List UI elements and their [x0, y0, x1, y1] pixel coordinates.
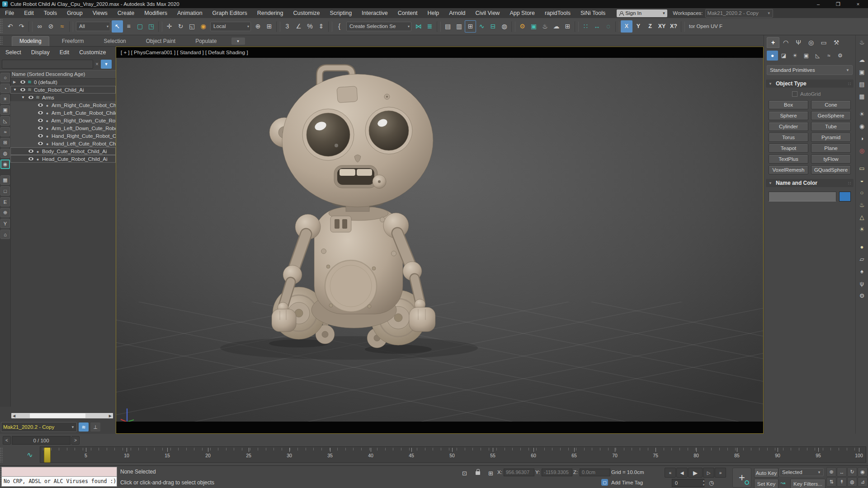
select-and-rotate-icon[interactable]: ↻: [175, 20, 186, 33]
workspace-dropdown[interactable]: Mak21_2020.2 - Copy ▼: [705, 9, 773, 18]
filter-space-warps-icon[interactable]: ≈: [0, 127, 10, 136]
menu-item[interactable]: rapidTools: [540, 8, 576, 18]
use-pivot-point-icon[interactable]: ⊕: [252, 20, 264, 33]
primitive-button[interactable]: GeoSphere: [811, 111, 851, 120]
menu-item[interactable]: Interactive: [357, 8, 393, 18]
select-and-scale-icon[interactable]: ◱: [186, 20, 198, 33]
render-setup-icon[interactable]: ⚙: [517, 20, 528, 33]
tree-row-hand-right[interactable]: Hand_Right_Cute_Robot_Cl: [10, 132, 116, 140]
docked-toolbar-label[interactable]: tor Open UV F: [686, 20, 725, 33]
primitive-category-dropdown[interactable]: Standard Primitives ▼: [767, 65, 853, 75]
rendered-frame-window-icon[interactable]: ▣: [528, 20, 539, 33]
toolbar-separator[interactable]: [158, 21, 162, 32]
category-space-warps-icon[interactable]: ≈: [823, 51, 835, 61]
visibility-eye-icon[interactable]: [37, 127, 44, 130]
toolbar-separator[interactable]: [681, 21, 685, 32]
object-type-rollout[interactable]: ▼ Object Type ∷: [766, 80, 854, 88]
tab-modify-icon[interactable]: ◠: [779, 37, 792, 48]
menu-item[interactable]: Views: [88, 8, 113, 18]
scroll-right-icon[interactable]: ▶: [109, 414, 112, 418]
filter-icon[interactable]: ▼: [101, 60, 112, 69]
category-helpers-icon[interactable]: ◺: [812, 51, 823, 61]
redo-icon[interactable]: ↷: [16, 20, 27, 33]
primitive-button[interactable]: Sphere: [769, 111, 808, 120]
object-name-field[interactable]: [769, 192, 836, 202]
toolbar-grip[interactable]: [0, 19, 3, 34]
visibility-eye-icon[interactable]: [37, 119, 44, 122]
visibility-eye-icon[interactable]: [19, 80, 26, 84]
name-column-header[interactable]: Name (Sorted Descending Age): [0, 70, 116, 79]
toolbar-separator[interactable]: [69, 21, 73, 32]
primitive-button[interactable]: GQuadSphere: [811, 165, 851, 174]
viewport-3d-scene[interactable]: [116, 58, 763, 422]
category-shapes-icon[interactable]: ◪: [778, 51, 789, 61]
set-key-button[interactable]: Set Key: [754, 479, 778, 488]
disc-light-icon[interactable]: ○: [857, 188, 868, 198]
plane-primitive-icon[interactable]: ▱: [857, 254, 868, 264]
sphere-primitive-icon[interactable]: ●: [857, 242, 868, 252]
environment-icon[interactable]: ◑: [857, 133, 868, 144]
add-time-tag-label[interactable]: Add Time Tag: [611, 480, 643, 485]
scene-explorer-menu-item[interactable]: Customize: [79, 49, 106, 56]
mini-curve-editor-icon[interactable]: ∿: [21, 447, 39, 462]
tab-create-icon[interactable]: +: [767, 37, 779, 48]
mirror-icon[interactable]: ⋈: [413, 20, 424, 33]
menu-item[interactable]: Rendering: [252, 8, 288, 18]
tree-object-icon[interactable]: ♠: [857, 266, 868, 277]
tab-object-paint[interactable]: Object Paint: [139, 37, 183, 46]
unlink-selection-icon[interactable]: ⊘: [45, 20, 57, 33]
listener-output-line[interactable]: No CRP, ADSL or ALC Viruses found :): [2, 477, 117, 486]
maximize-button[interactable]: ❐: [828, 0, 848, 8]
settings-icon[interactable]: ⚙: [857, 291, 868, 301]
select-and-place-icon[interactable]: ◉: [198, 20, 209, 33]
primitive-button[interactable]: Box: [769, 100, 808, 109]
visibility-eye-icon[interactable]: [37, 111, 44, 114]
tree-row-arm-right-down[interactable]: Arm_Right_Down_Cute_Rob: [10, 117, 116, 124]
search-input[interactable]: [2, 60, 93, 69]
axis-y-button[interactable]: Y: [632, 20, 644, 33]
filter-helpers-icon[interactable]: ◺: [0, 116, 10, 126]
frame-spinner[interactable]: ▲▼: [702, 479, 706, 487]
tab-modeling[interactable]: Modeling: [12, 36, 49, 46]
viewport-label[interactable]: [ + ] [ PhysCamera001 ] [ Standard ] [ D…: [116, 47, 763, 58]
spinner-snap-icon[interactable]: ⇕: [316, 20, 327, 33]
scene-explorer-toggle-icon[interactable]: ▤: [442, 20, 453, 33]
key-filters-button[interactable]: Key Filters...: [790, 479, 826, 488]
menu-item[interactable]: Group: [62, 8, 88, 18]
y-coordinate-field[interactable]: -1159.3305: [542, 469, 572, 476]
primitive-button[interactable]: Plane: [811, 144, 851, 153]
maximize-viewport-toggle-icon[interactable]: ⊿: [858, 477, 868, 487]
menu-item[interactable]: Create: [113, 8, 140, 18]
selection-lock-icon[interactable]: [476, 471, 480, 475]
filter-selection-sets-icon[interactable]: ○: [0, 73, 10, 82]
orbit-icon[interactable]: ↻: [847, 467, 857, 477]
tab-populate[interactable]: Populate: [188, 37, 224, 46]
key-filter-icon[interactable]: ↝: [780, 479, 785, 486]
window-crossing-icon[interactable]: ◳: [146, 20, 157, 33]
isolate-selection-icon[interactable]: ⊡: [462, 470, 467, 477]
viewport[interactable]: [ + ] [ PhysCamera001 ] [ Standard ] [ D…: [116, 47, 764, 434]
sign-in-button[interactable]: Sign In ▼: [617, 9, 667, 17]
menu-item[interactable]: Customize: [288, 8, 325, 18]
visibility-eye-icon[interactable]: [19, 88, 26, 91]
go-to-end-icon[interactable]: »: [715, 468, 726, 478]
horizontal-scrollbar[interactable]: ◀ ▶: [11, 413, 113, 418]
scene-explorer-menu-item[interactable]: Select: [5, 49, 21, 56]
filter-bones-icon[interactable]: ⊕: [0, 208, 10, 217]
scroll-left-icon[interactable]: ◀: [13, 414, 15, 418]
cone-primitive-icon[interactable]: △: [857, 212, 868, 222]
menu-item[interactable]: Tools: [39, 8, 62, 18]
filter-geometry-icon[interactable]: ◔: [0, 84, 10, 93]
tree-row-arm-left[interactable]: Arm_Left_Cute_Robot_Child: [10, 109, 116, 117]
minimize-button[interactable]: –: [808, 0, 828, 8]
walk-through-icon[interactable]: ↟: [837, 477, 847, 487]
menu-item[interactable]: SiNi Tools: [576, 8, 610, 18]
material-editor-icon[interactable]: ◍: [499, 20, 510, 33]
explorer-workspace-dropdown[interactable]: Mak21_2020.2 - Copy ▼: [1, 422, 77, 432]
previous-frame-icon[interactable]: ◀: [676, 468, 688, 478]
axis-xq-button[interactable]: X?: [668, 20, 679, 33]
visibility-eye-icon[interactable]: [37, 134, 44, 137]
menu-item[interactable]: Arnold: [444, 8, 470, 18]
percent-snap-icon[interactable]: %: [304, 20, 316, 33]
filter-cameras-icon[interactable]: ▣: [0, 105, 10, 115]
